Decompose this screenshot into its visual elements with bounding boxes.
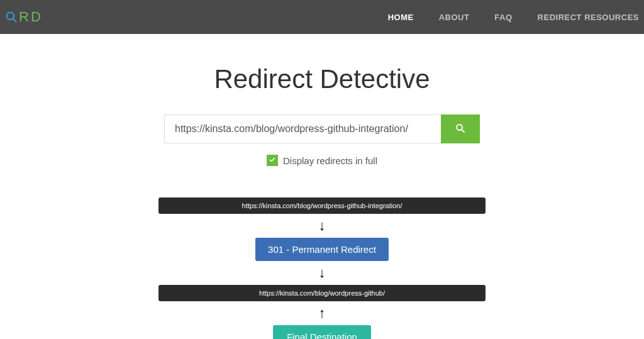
checkbox-row: Display redirects in full (0, 155, 644, 166)
nav-faq[interactable]: FAQ (494, 13, 512, 22)
final-destination-badge: Final Destination (273, 325, 371, 339)
arrow-up-icon: ↑ (319, 306, 326, 320)
magnifier-icon (5, 11, 18, 23)
redirect-status: 301 - Permanent Redirect (255, 238, 389, 261)
nav-resources[interactable]: REDIRECT RESOURCES (538, 13, 639, 22)
destination-url-bar: https://kinsta.com/blog/wordpress-github… (158, 285, 486, 301)
nav-items: HOME ABOUT FAQ REDIRECT RESOURCES (388, 13, 639, 22)
search-row (0, 114, 644, 143)
nav-home[interactable]: HOME (388, 13, 414, 22)
logo[interactable]: R D (5, 9, 42, 25)
nav-about[interactable]: ABOUT (439, 13, 470, 22)
checkbox-label: Display redirects in full (283, 155, 377, 166)
arrow-down-icon: ↓ (319, 219, 326, 233)
display-full-checkbox[interactable] (267, 155, 278, 166)
logo-letter-d: D (31, 9, 42, 25)
svg-line-1 (13, 19, 16, 22)
url-input[interactable] (164, 114, 441, 143)
main-content: Redirect Detective Display redirects in … (0, 34, 644, 339)
logo-letter-r: R (19, 9, 30, 25)
navbar: R D HOME ABOUT FAQ REDIRECT RESOURCES (0, 0, 644, 34)
source-url-bar: https://kinsta.com/blog/wordpress-github… (158, 197, 486, 214)
arrow-down-icon: ↓ (319, 266, 326, 280)
search-button[interactable] (441, 114, 480, 143)
search-icon (455, 123, 466, 136)
redirect-flow: https://kinsta.com/blog/wordpress-github… (0, 197, 644, 339)
check-icon (269, 155, 276, 166)
page-title: Redirect Detective (0, 64, 644, 94)
svg-line-3 (462, 130, 464, 132)
